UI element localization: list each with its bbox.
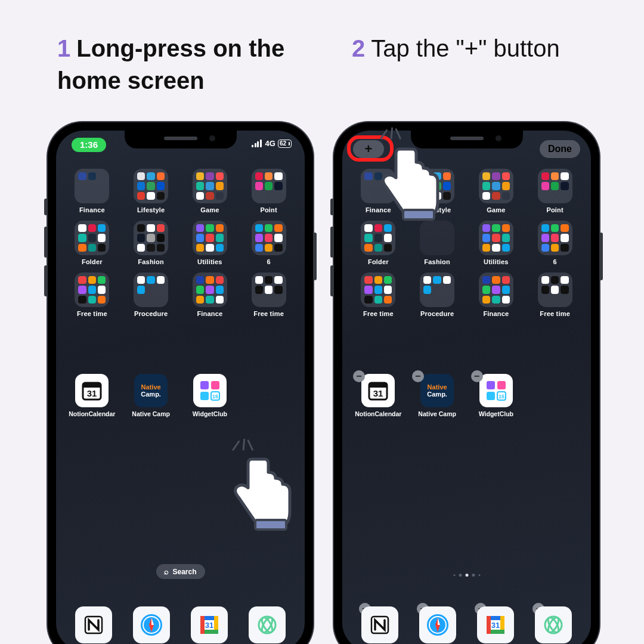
folder-label: Game bbox=[487, 206, 505, 213]
folder-finance[interactable]: Finance bbox=[471, 273, 522, 324]
app-native-camp[interactable]: NativeCamp.Native Camp bbox=[126, 374, 177, 417]
phone-mute-switch bbox=[44, 199, 48, 215]
svg-rect-18 bbox=[200, 616, 205, 634]
svg-rect-28 bbox=[487, 392, 495, 400]
done-button[interactable]: Done bbox=[540, 140, 580, 158]
search-label: Search bbox=[172, 568, 196, 576]
folder-grid: FinanceLifestyleGamePointFolderFashionUt… bbox=[353, 169, 580, 324]
folder-label: 6 bbox=[553, 258, 556, 265]
status-bar: 1:36 4G 62 bbox=[56, 137, 305, 154]
folder-free-time[interactable]: Free time bbox=[243, 273, 294, 324]
step-2-title: 2Tap the "+" button bbox=[352, 32, 608, 64]
home-screen-edit-mode[interactable]: + Done FinanceLifestyleGamePointFolderFa… bbox=[342, 131, 591, 644]
svg-text:31: 31 bbox=[491, 621, 500, 630]
dock-app-gcal[interactable]: 31 bbox=[477, 606, 514, 643]
highlight-ring bbox=[347, 135, 394, 162]
dock-app-safari[interactable] bbox=[419, 606, 456, 643]
app-label: WidgetClub bbox=[193, 410, 227, 417]
remove-app-badge[interactable]: − bbox=[471, 370, 483, 382]
svg-rect-24 bbox=[369, 383, 387, 388]
app-label: Native Camp bbox=[132, 410, 170, 417]
folder-utilities[interactable]: Utilities bbox=[471, 221, 522, 273]
network-label: 4G bbox=[265, 139, 275, 148]
app-widgetclub[interactable]: −15WidgetClub bbox=[471, 374, 522, 417]
app-row: −31NotionCalendar−NativeCamp.Native Camp… bbox=[353, 374, 580, 417]
svg-text:31: 31 bbox=[205, 621, 213, 630]
folder-point[interactable]: Point bbox=[243, 169, 294, 221]
folder-6[interactable]: 6 bbox=[530, 221, 580, 273]
dock-app-claude[interactable] bbox=[249, 606, 286, 643]
folder-utilities[interactable]: Utilities bbox=[185, 221, 236, 273]
battery-icon: 62 bbox=[278, 140, 292, 148]
folder-label: Free time bbox=[540, 310, 570, 317]
dock-app-safari[interactable] bbox=[133, 606, 170, 643]
folder-game[interactable]: Game bbox=[471, 169, 522, 221]
folder-label: Game bbox=[200, 206, 219, 213]
folder-procedure[interactable]: Procedure bbox=[126, 273, 177, 324]
app-notioncalendar[interactable]: 31NotionCalendar bbox=[67, 374, 117, 417]
folder-game[interactable]: Game bbox=[185, 169, 236, 221]
app-label: NotionCalendar bbox=[69, 410, 115, 417]
dock-app-notion[interactable] bbox=[75, 606, 112, 643]
svg-text:15: 15 bbox=[499, 394, 504, 400]
folder-label: Point bbox=[260, 206, 277, 213]
svg-rect-5 bbox=[200, 392, 209, 400]
app-native-camp[interactable]: −NativeCamp.Native Camp bbox=[412, 374, 463, 417]
dock-app-gcal[interactable]: 31 bbox=[191, 606, 228, 643]
folder-finance[interactable]: Finance bbox=[67, 169, 117, 221]
app-widgetclub[interactable]: 15WidgetClub bbox=[185, 374, 236, 417]
folder-grid: FinanceLifestyleGamePointFolderFashionUt… bbox=[67, 169, 294, 324]
folder-label: Finance bbox=[79, 206, 105, 213]
folder-lifestyle[interactable]: Lifestyle bbox=[412, 169, 463, 221]
page-indicator[interactable] bbox=[453, 574, 480, 577]
phone-volume-up bbox=[330, 227, 334, 258]
remove-app-badge[interactable]: − bbox=[353, 370, 365, 382]
folder-procedure[interactable]: Procedure bbox=[412, 273, 463, 324]
step-2-number: 2 bbox=[352, 35, 365, 61]
folder-fashion[interactable]: Fashion bbox=[126, 221, 177, 273]
remove-app-badge[interactable]: − bbox=[412, 370, 424, 382]
dock: 31 bbox=[64, 606, 296, 643]
folder-label: Folder bbox=[368, 258, 389, 265]
dock-app-claude[interactable] bbox=[535, 606, 572, 643]
folder-finance[interactable]: Finance bbox=[185, 273, 236, 324]
folder-label: Procedure bbox=[420, 310, 454, 317]
folder-label: Fashion bbox=[138, 258, 164, 265]
folder-label: Utilities bbox=[197, 258, 222, 265]
phone-power-button bbox=[599, 233, 603, 280]
home-screen[interactable]: 1:36 4G 62 FinanceLifestyleGamePointFold… bbox=[56, 131, 305, 644]
folder-label: 6 bbox=[267, 258, 270, 265]
phone-volume-up bbox=[44, 227, 48, 258]
search-button[interactable]: Search bbox=[156, 564, 205, 579]
folder-fashion[interactable]: Fashion bbox=[412, 221, 463, 273]
svg-rect-26 bbox=[487, 381, 495, 389]
folder-finance[interactable]: Finance bbox=[353, 169, 404, 221]
app-label: NotionCalendar bbox=[355, 410, 401, 417]
battery-percent: 62 bbox=[280, 140, 286, 147]
svg-rect-27 bbox=[497, 381, 506, 389]
folder-6[interactable]: 6 bbox=[243, 221, 294, 273]
folder-free-time[interactable]: Free time bbox=[353, 273, 404, 324]
dock: −−−31− bbox=[351, 606, 583, 643]
phone-step-1: 1:36 4G 62 FinanceLifestyleGamePointFold… bbox=[48, 122, 313, 644]
app-notioncalendar[interactable]: −31NotionCalendar bbox=[353, 374, 404, 417]
step-1-title: 1Long-press on the home screen bbox=[57, 32, 314, 97]
folder-lifestyle[interactable]: Lifestyle bbox=[126, 169, 177, 221]
status-right: 4G 62 bbox=[252, 139, 292, 148]
app-label: Native Camp bbox=[418, 410, 456, 417]
folder-point[interactable]: Point bbox=[530, 169, 580, 221]
svg-text:31: 31 bbox=[373, 388, 383, 398]
step-1-number: 1 bbox=[57, 35, 70, 61]
phone-volume-down bbox=[44, 265, 48, 296]
step-1-text: Long-press on the home screen bbox=[57, 35, 284, 94]
folder-folder[interactable]: Folder bbox=[353, 221, 404, 273]
phone-mute-switch bbox=[330, 199, 334, 215]
folder-label: Procedure bbox=[134, 310, 168, 317]
folder-free-time[interactable]: Free time bbox=[67, 273, 117, 324]
status-time: 1:36 bbox=[72, 138, 106, 152]
folder-free-time[interactable]: Free time bbox=[530, 273, 580, 324]
folder-folder[interactable]: Folder bbox=[67, 221, 117, 273]
folder-label: Finance bbox=[366, 206, 391, 213]
app-row: 31NotionCalendarNativeCamp.Native Camp15… bbox=[67, 374, 294, 417]
dock-app-notion[interactable] bbox=[361, 606, 398, 643]
